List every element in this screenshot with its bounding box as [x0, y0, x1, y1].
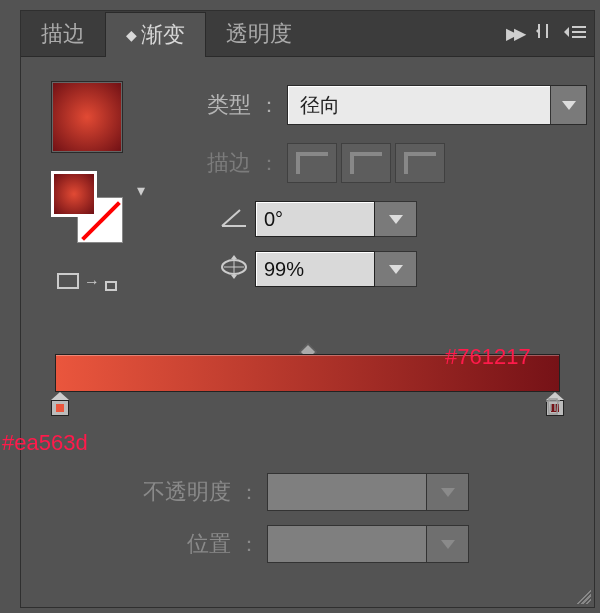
resize-grip-icon[interactable]: [573, 586, 591, 604]
position-label: 位置: [91, 529, 231, 559]
type-label: 类型: [161, 90, 251, 120]
tab-stroke[interactable]: 描边: [21, 11, 105, 56]
annotation-right-color: #761217: [445, 344, 531, 370]
stroke-label: 描边: [161, 148, 251, 178]
gradient-type-select[interactable]: 径向: [287, 85, 587, 125]
stroke-inside-button: [287, 143, 337, 183]
position-dropdown-button: [427, 525, 469, 563]
gradient-panel: 描边 ◆渐变 透明度 ▶▶ ▾ → 类型 ： 径向: [20, 10, 595, 608]
stroke-align-group: [287, 143, 445, 183]
opacity-dropdown-button: [427, 473, 469, 511]
tab-gradient[interactable]: ◆渐变: [105, 12, 206, 57]
tab-transparency[interactable]: 透明度: [206, 11, 312, 56]
tab-bar: 描边 ◆渐变 透明度 ▶▶: [21, 11, 594, 57]
opacity-label: 不透明度: [91, 477, 231, 507]
reverse-gradient-icon[interactable]: →: [57, 273, 117, 291]
aspect-ratio-icon: [213, 255, 255, 284]
aspect-input[interactable]: 99%: [255, 251, 375, 287]
gradient-preview-swatch[interactable]: [51, 81, 123, 153]
gradient-type-value: 径向: [288, 92, 550, 119]
gradient-preview-area: ▾: [51, 81, 123, 153]
angle-icon: [213, 206, 255, 233]
stroke-center-button: [341, 143, 391, 183]
panel-menu-icon[interactable]: [564, 22, 586, 45]
position-input: [267, 525, 427, 563]
angle-dropdown-button[interactable]: [375, 201, 417, 237]
opacity-input: [267, 473, 427, 511]
annotation-left-color: #ea563d: [2, 430, 88, 456]
fill-stroke-proxy[interactable]: [51, 171, 129, 249]
angle-input[interactable]: 0°: [255, 201, 375, 237]
fill-proxy[interactable]: [51, 171, 97, 217]
swatch-menu-caret[interactable]: ▾: [137, 181, 145, 200]
delete-stop-icon[interactable]: [544, 396, 562, 421]
aspect-dropdown-button[interactable]: [375, 251, 417, 287]
collapse-icon[interactable]: [536, 22, 550, 45]
gradient-stop-left[interactable]: [51, 392, 69, 414]
stroke-outside-button: [395, 143, 445, 183]
fast-forward-icon[interactable]: ▶▶: [506, 24, 522, 43]
